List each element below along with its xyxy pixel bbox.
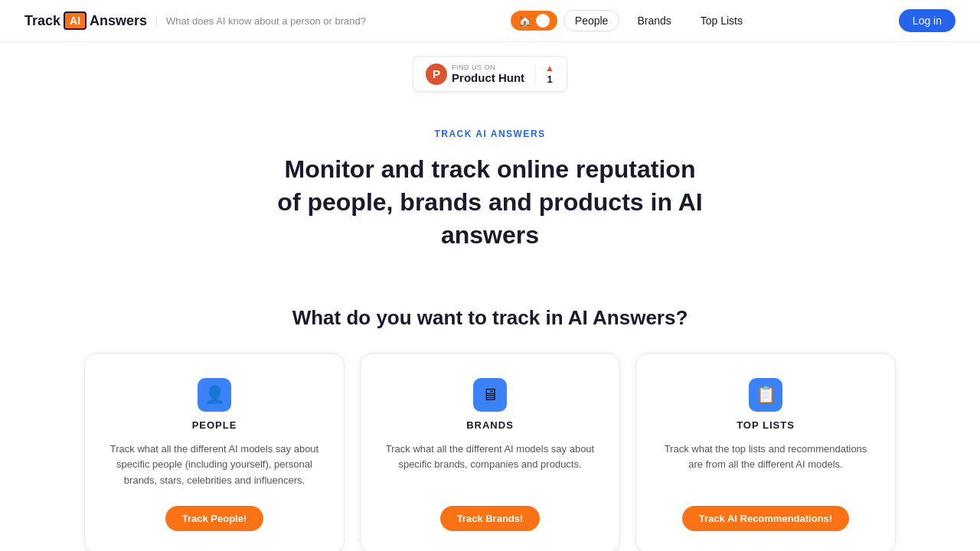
home-icon: 🏠 xyxy=(518,15,531,27)
logo-ai-box: AI xyxy=(64,11,87,30)
product-hunt-badge[interactable]: P FIND US ON Product Hunt ▲ 1 xyxy=(413,56,567,92)
card-brands: 🖥 BRANDS Track what all the different AI… xyxy=(360,353,620,551)
ph-logo: P FIND US ON Product Hunt xyxy=(426,64,524,85)
brands-card-desc: Track what all the different AI models s… xyxy=(382,442,598,489)
hero-section: TRACK AI ANSWERS Monitor and track onlin… xyxy=(0,92,980,268)
hero-title-line2: of people, brands and products in AI ans… xyxy=(277,188,702,249)
login-button[interactable]: Log in xyxy=(899,9,956,32)
card-top-lists: 📋 TOP LISTS Track what the top lists and… xyxy=(635,353,896,551)
brands-icon: 🖥 xyxy=(482,385,498,405)
nav-link-people[interactable]: People xyxy=(564,10,620,31)
people-card-desc: Track what all the different AI models s… xyxy=(106,442,322,489)
top-lists-icon-wrap: 📋 xyxy=(749,378,782,412)
brands-card-title: BRANDS xyxy=(466,419,514,431)
navbar: Track AI Answers What does AI know about… xyxy=(0,0,980,42)
people-icon: 👤 xyxy=(204,385,225,405)
logo: Track AI Answers xyxy=(24,11,147,30)
top-lists-icon: 📋 xyxy=(756,385,776,405)
ph-find-us: FIND US ON xyxy=(452,64,524,72)
top-lists-card-desc: Track what the top lists and recommendat… xyxy=(658,442,874,489)
nav-link-top-lists[interactable]: Top Lists xyxy=(689,10,754,31)
section-question: What do you want to track in AI Answers? xyxy=(0,268,980,353)
nav-tagline: What does AI know about a person or bran… xyxy=(156,15,366,27)
hero-title-line1: Monitor and track online reputation xyxy=(285,155,696,183)
product-hunt-section: P FIND US ON Product Hunt ▲ 1 xyxy=(0,42,980,92)
nav-left: Track AI Answers What does AI know about… xyxy=(24,11,366,30)
brands-icon-wrap: 🖥 xyxy=(473,378,507,412)
ph-name: Product Hunt xyxy=(452,71,524,84)
nav-center: 🏠 People Brands Top Lists xyxy=(511,10,754,31)
cards-row: 👤 PEOPLE Track what all the different AI… xyxy=(0,353,980,551)
logo-answers: Answers xyxy=(90,13,147,29)
toggle-circle xyxy=(536,14,550,28)
people-card-title: PEOPLE xyxy=(192,419,237,431)
ph-p-icon: P xyxy=(426,64,447,85)
track-people-button[interactable]: Track People! xyxy=(165,506,264,531)
top-lists-card-title: TOP LISTS xyxy=(737,419,795,431)
people-icon-wrap: 👤 xyxy=(198,378,231,412)
ph-upvote[interactable]: ▲ 1 xyxy=(535,63,554,85)
nav-right: Log in xyxy=(899,9,956,32)
hero-title: Monitor and track online reputation of p… xyxy=(230,153,750,253)
card-people: 👤 PEOPLE Track what all the different AI… xyxy=(84,353,345,551)
ph-count: 1 xyxy=(547,73,552,85)
logo-track: Track xyxy=(24,13,60,29)
nav-link-brands[interactable]: Brands xyxy=(626,10,682,31)
ph-text-group: FIND US ON Product Hunt xyxy=(452,64,524,85)
hero-label: TRACK AI ANSWERS xyxy=(24,129,956,139)
track-brands-button[interactable]: Track Brands! xyxy=(440,506,541,531)
toggle-pill[interactable]: 🏠 xyxy=(511,11,557,31)
track-top-lists-button[interactable]: Track AI Recommendations! xyxy=(682,506,849,531)
ph-arrow-icon: ▲ xyxy=(545,63,554,73)
